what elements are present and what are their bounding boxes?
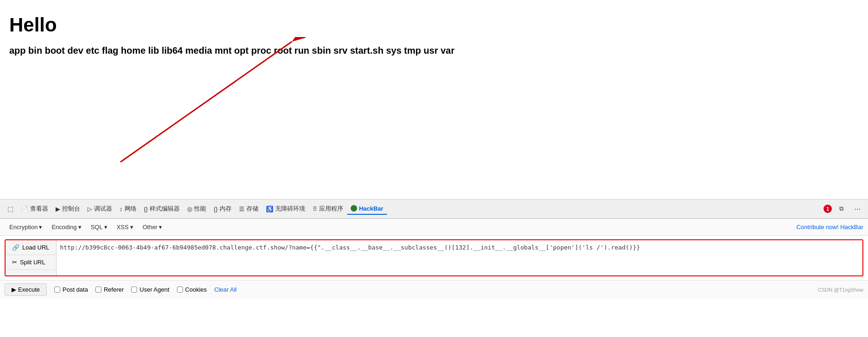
url-section: 🔗 Load URL ✂ Split URL <box>5 239 863 276</box>
bottom-bar: ▶ Execute Post data Referer User Agent C… <box>0 280 868 299</box>
tool-network[interactable]: ↕ 网络 <box>116 203 140 215</box>
menu-sql[interactable]: SQL ▾ <box>86 222 112 232</box>
tool-inspector-label[interactable]: 📄 查看器 <box>17 203 52 215</box>
load-url-icon: 🔗 <box>12 244 19 251</box>
split-url-button[interactable]: ✂ Split URL <box>6 255 56 270</box>
svg-line-1 <box>120 42 292 162</box>
referer-checkbox[interactable] <box>95 287 101 293</box>
tool-console[interactable]: ▶ 控制台 <box>52 203 84 215</box>
user-agent-checkbox-label[interactable]: User Agent <box>131 286 169 293</box>
toolbar-right: 1 ⧉ ⋯ <box>824 203 864 214</box>
user-agent-checkbox[interactable] <box>131 287 137 293</box>
url-sidebar: 🔗 Load URL ✂ Split URL <box>6 240 57 275</box>
tool-hackbar[interactable]: HackBar <box>347 203 387 215</box>
tool-storage[interactable]: ☰ 存储 <box>235 203 262 215</box>
tool-more[interactable]: ⋯ <box>851 204 864 214</box>
execute-play-icon: ▶ <box>12 286 16 293</box>
annotation-arrow <box>93 37 417 176</box>
tool-debugger[interactable]: ▷ 调试器 <box>84 203 116 215</box>
sql-chevron-icon: ▾ <box>104 224 107 231</box>
more-icon: ⋯ <box>855 206 861 212</box>
page-title: Hello <box>9 14 859 36</box>
memory-icon: {} <box>214 206 218 212</box>
menu-encryption[interactable]: Encryption ▾ <box>5 222 47 232</box>
tool-responsive[interactable]: ⧉ <box>836 203 847 214</box>
tool-inspector[interactable]: ⬚ <box>4 203 17 214</box>
load-url-button[interactable]: 🔗 Load URL <box>6 240 56 255</box>
devtools-toolbar: ⬚ 📄 查看器 ▶ 控制台 ▷ 调试器 ↕ 网络 {} 样式编辑器 ◎ 性能 {… <box>0 199 868 218</box>
other-chevron-icon: ▾ <box>159 224 162 231</box>
responsive-icon: ⧉ <box>839 205 843 212</box>
tool-performance[interactable]: ◎ 性能 <box>183 203 210 215</box>
tool-memory[interactable]: {} 内存 <box>210 203 235 215</box>
performance-icon: ◎ <box>187 206 192 212</box>
menu-encoding[interactable]: Encoding ▾ <box>47 222 86 232</box>
application-icon: ⠿ <box>313 206 317 212</box>
tool-style-editor[interactable]: {} 样式编辑器 <box>140 203 184 215</box>
error-badge: 1 <box>824 205 832 213</box>
menu-other[interactable]: Other ▾ <box>138 222 167 232</box>
cookies-checkbox-label[interactable]: Cookies <box>177 286 207 293</box>
inspector-icon: ⬚ <box>7 205 13 212</box>
main-content: Hello app bin boot dev etc flag home lib… <box>0 0 868 199</box>
execute-button[interactable]: ▶ Execute <box>5 283 47 296</box>
referer-checkbox-label[interactable]: Referer <box>95 286 124 293</box>
xss-chevron-icon: ▾ <box>130 224 133 231</box>
network-icon: ↕ <box>120 206 123 212</box>
url-input-area <box>57 240 862 275</box>
encryption-chevron-icon: ▾ <box>39 224 42 231</box>
watermark: CSDN @T1ngShow <box>818 287 863 293</box>
contribute-link[interactable]: Contribute now! HackBar <box>796 224 863 231</box>
tool-icon-viewer: 📄 <box>21 206 28 212</box>
storage-icon: ☰ <box>239 206 245 212</box>
tool-accessibility[interactable]: ♿ 无障碍环境 <box>262 203 309 215</box>
console-icon: ▶ <box>56 206 60 212</box>
hackbar-panel: Encryption ▾ Encoding ▾ SQL ▾ XSS ▾ Othe… <box>0 218 868 299</box>
hackbar-icon <box>351 205 357 212</box>
directory-list: app bin boot dev etc flag home lib lib64… <box>9 45 859 56</box>
tool-application[interactable]: ⠿ 应用程序 <box>309 203 347 215</box>
split-url-icon: ✂ <box>12 259 17 266</box>
clear-all-button[interactable]: Clear All <box>214 286 237 293</box>
hackbar-menu: Encryption ▾ Encoding ▾ SQL ▾ XSS ▾ Othe… <box>0 219 868 236</box>
menu-xss[interactable]: XSS ▾ <box>112 222 138 232</box>
encoding-chevron-icon: ▾ <box>78 224 82 231</box>
post-data-checkbox-label[interactable]: Post data <box>54 286 88 293</box>
url-input[interactable] <box>60 244 859 272</box>
cookies-checkbox[interactable] <box>177 287 183 293</box>
post-data-checkbox[interactable] <box>54 287 60 293</box>
style-icon: {} <box>144 206 148 212</box>
debugger-icon: ▷ <box>88 206 92 212</box>
accessibility-icon: ♿ <box>266 206 273 212</box>
